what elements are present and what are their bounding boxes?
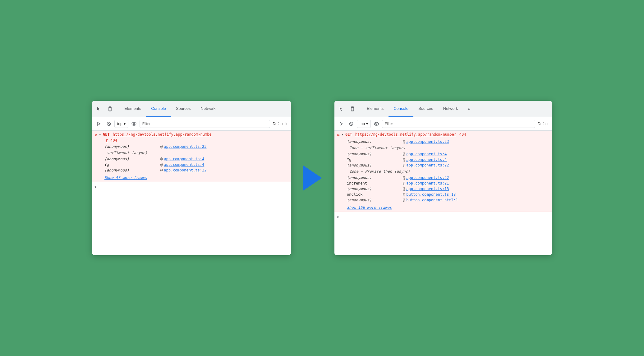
left-error-url[interactable]: https://ng-devtools.netlify.app/random-n…	[113, 132, 212, 137]
left-default-levels: Default le	[273, 122, 288, 126]
right-link-6[interactable]: app.component.ts:13	[406, 187, 449, 191]
right-func-5: increment	[347, 181, 403, 185]
left-tab-icons	[94, 105, 114, 113]
right-tab-elements[interactable]: Elements	[362, 101, 389, 117]
right-stack-rows: (anonymous) @ app.component.ts:23 Zone —…	[334, 138, 552, 205]
svg-point-15	[375, 123, 377, 124]
right-stack-row-7: onClick @ button.component.ts:18	[344, 192, 552, 197]
right-link-7[interactable]: button.component.ts:18	[406, 192, 456, 197]
left-error-line: ⊗ ▾ GET https://ng-devtools.netlify.app/…	[92, 131, 291, 138]
right-error-status: 404	[459, 132, 466, 137]
mobile-icon[interactable]	[106, 105, 114, 113]
right-play-btn[interactable]	[337, 119, 346, 128]
left-func-1: (anonymous)	[104, 157, 160, 161]
svg-line-13	[350, 123, 352, 125]
right-link-2[interactable]: app.component.ts:4	[406, 157, 447, 162]
left-ban-btn[interactable]	[104, 119, 113, 128]
svg-point-14	[374, 122, 379, 125]
transition-arrow	[303, 166, 322, 190]
right-console-prompt[interactable]: >	[334, 212, 552, 222]
left-link-2[interactable]: app.component.ts:4	[164, 162, 204, 167]
right-stack-row-4: (anonymous) @ app.component.ts:22	[344, 175, 552, 180]
right-stack-row-1: (anonymous) @ app.component.ts:4	[344, 151, 552, 157]
left-show-more[interactable]: Show 47 more frames	[92, 175, 291, 182]
left-tab-sources[interactable]: Sources	[171, 101, 196, 117]
right-tab-more[interactable]: »	[463, 101, 476, 117]
left-filter-input[interactable]	[140, 120, 270, 128]
left-error-line2: r 404	[92, 138, 291, 143]
left-stack-row-async1: setTimeout (async)	[102, 149, 291, 156]
left-error-icon: ⊗	[94, 133, 97, 138]
right-func-0: (anonymous)	[347, 139, 403, 144]
right-link-0[interactable]: app.component.ts:23	[406, 139, 449, 144]
right-error-method: GET	[345, 132, 352, 137]
left-console-content: ⊗ ▾ GET https://ng-devtools.netlify.app/…	[92, 131, 291, 255]
left-tab-elements[interactable]: Elements	[119, 101, 146, 117]
right-devtools-panel: Elements Console Sources Network »	[334, 101, 552, 255]
svg-point-7	[133, 123, 135, 124]
left-async-sep-1: setTimeout (async)	[104, 150, 160, 156]
left-stack-row-3: (anonymous) @ app.component.ts:22	[102, 167, 291, 173]
right-tab-network[interactable]: Network	[438, 101, 463, 117]
right-cursor-icon[interactable]	[337, 105, 346, 113]
right-mobile-icon[interactable]	[348, 105, 357, 113]
right-stack-row-async1: Zone — setTimeout (async)	[344, 144, 552, 151]
chevron-down-icon: ▾	[124, 122, 126, 126]
right-error-triangle: ▾	[341, 133, 343, 137]
svg-marker-3	[98, 122, 100, 125]
left-stack-row-2: Yg @ app.component.ts:4	[102, 162, 291, 167]
left-devtools-panel: Elements Console Sources Network top ▾	[92, 101, 291, 255]
left-link-0[interactable]: app.component.ts:23	[164, 144, 206, 149]
right-stack-row-3: (anonymous) @ app.component.ts:22	[344, 162, 552, 168]
left-tab-console[interactable]: Console	[146, 101, 171, 117]
svg-marker-11	[340, 122, 343, 125]
right-tab-console[interactable]: Console	[389, 101, 413, 117]
right-func-3: (anonymous)	[347, 163, 403, 167]
left-console-prompt[interactable]: >	[92, 182, 291, 192]
left-stack-row-1: (anonymous) @ app.component.ts:4	[102, 156, 291, 162]
right-ban-btn[interactable]	[347, 119, 356, 128]
right-link-8[interactable]: button.component.html:1	[406, 198, 458, 202]
right-async-sep-1: Zone — setTimeout (async)	[347, 145, 408, 151]
right-tab-sources[interactable]: Sources	[413, 101, 438, 117]
left-func-2: Yg	[104, 162, 160, 167]
right-top-select[interactable]: top ▾	[357, 120, 371, 128]
right-func-8: (anonymous)	[347, 198, 403, 202]
right-filter-input[interactable]	[382, 120, 535, 128]
left-top-select[interactable]: top ▾	[114, 120, 128, 128]
left-tab-network[interactable]: Network	[196, 101, 221, 117]
right-async-sep-2: Zone — Promise.then (async)	[347, 169, 412, 174]
right-link-4[interactable]: app.component.ts:22	[406, 176, 449, 180]
left-eye-btn[interactable]	[130, 119, 138, 128]
right-func-4: (anonymous)	[347, 176, 403, 180]
right-error-url[interactable]: https://ng-devtools.netlify.app/random-n…	[355, 132, 456, 137]
right-func-7: onClick	[347, 192, 403, 197]
right-link-1[interactable]: app.component.ts:4	[406, 152, 447, 156]
right-link-3[interactable]: app.component.ts:22	[406, 163, 449, 167]
left-func-3: (anonymous)	[104, 168, 160, 172]
right-link-5[interactable]: app.component.ts:21	[406, 181, 449, 185]
right-func-6: (anonymous)	[347, 187, 403, 191]
right-error-line: ⊗ ▾ GET https://ng-devtools.netlify.app/…	[334, 131, 552, 138]
right-func-2: Yg	[347, 157, 403, 162]
right-func-1: (anonymous)	[347, 152, 403, 156]
right-eye-btn[interactable]	[372, 119, 381, 128]
right-toolbar: top ▾ Default	[334, 117, 552, 131]
right-tab-icons	[337, 105, 357, 113]
left-error-triangle: ▾	[99, 133, 101, 137]
right-stack-row-5: increment @ app.component.ts:21	[344, 180, 552, 186]
right-chevron-down-icon: ▾	[366, 122, 368, 126]
cursor-icon[interactable]	[94, 105, 103, 113]
right-stack-row-8: (anonymous) @ button.component.html:1	[344, 197, 552, 203]
left-error-url2[interactable]: r	[106, 138, 108, 143]
right-stack-row-6: (anonymous) @ app.component.ts:13	[344, 186, 552, 192]
left-stack-rows: (anonymous) @ app.component.ts:23 setTim…	[92, 143, 291, 175]
left-link-3[interactable]: app.component.ts:22	[164, 168, 206, 172]
left-play-btn[interactable]	[94, 119, 103, 128]
left-stack-row-0: (anonymous) @ app.component.ts:23	[102, 144, 291, 149]
right-tabs-bar: Elements Console Sources Network »	[334, 101, 552, 117]
right-show-more[interactable]: Show 156 more frames	[334, 205, 552, 212]
svg-point-6	[132, 122, 136, 125]
right-stack-row-async2: Zone — Promise.then (async)	[344, 168, 552, 175]
left-link-1[interactable]: app.component.ts:4	[164, 157, 204, 161]
